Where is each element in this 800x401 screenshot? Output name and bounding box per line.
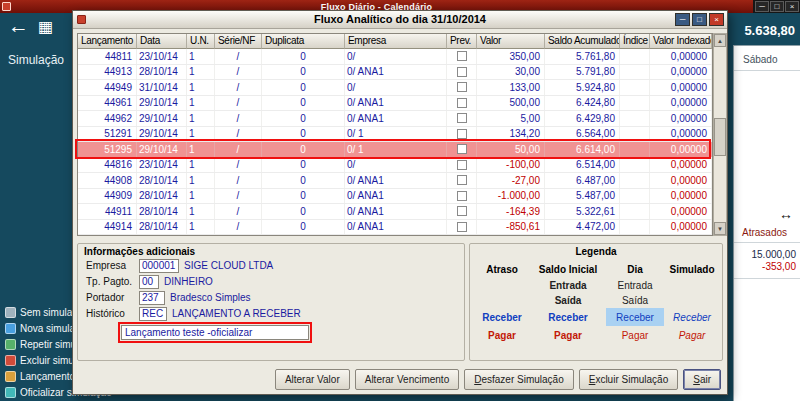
cell-data: 23/10/14 <box>137 49 187 64</box>
cell-saldo: 6.429,80 <box>545 111 620 126</box>
tp-pagto-desc: DINHEIRO <box>164 276 213 287</box>
cell-lancamento: 44816 <box>78 158 137 173</box>
column-header-0[interactable]: Lançamento <box>78 34 137 49</box>
cell-valor: -100,00 <box>477 158 545 173</box>
calculator-icon[interactable]: ▦ <box>38 17 53 36</box>
dialog-titlebar[interactable]: Fluxo Analítico do dia 31/10/2014 ─ □ × <box>73 11 727 29</box>
prev-checkbox[interactable] <box>457 113 467 123</box>
cell-un: 1 <box>187 204 215 219</box>
day-total-value: 5.638,80 <box>744 23 795 38</box>
column-header-1[interactable]: Data <box>137 34 187 49</box>
cell-indice <box>620 158 650 173</box>
button-sair[interactable]: Sair <box>683 369 721 390</box>
cell-indexado: 0,00000 <box>650 65 712 80</box>
column-header-4[interactable]: Duplicata <box>262 34 345 49</box>
prev-checkbox[interactable] <box>457 175 467 185</box>
prev-checkbox[interactable] <box>457 98 467 108</box>
column-header-7[interactable]: Valor <box>477 34 545 49</box>
column-header-2[interactable]: U.N. <box>187 34 215 49</box>
table-row[interactable]: 4481123/10/141/00/350,005.761,800,00000 <box>78 49 712 65</box>
prev-checkbox[interactable] <box>457 160 467 170</box>
column-header-3[interactable]: Série/NF <box>215 34 262 49</box>
empresa-code-input[interactable]: 000001 <box>139 259 179 273</box>
cell-duplicata: 0 <box>262 49 345 64</box>
prev-checkbox[interactable] <box>457 222 467 232</box>
cell-serie: / <box>215 189 262 204</box>
cell-un: 1 <box>187 49 215 64</box>
dialog-maximize-button[interactable]: □ <box>692 13 707 26</box>
prev-cell <box>447 204 477 219</box>
prev-checkbox[interactable] <box>457 82 467 92</box>
table-row[interactable]: 4496129/10/141/00/ ANA1500,006.424,800,0… <box>78 96 712 112</box>
overdue-label: Atrasados <box>742 227 787 238</box>
cell-un: 1 <box>187 189 215 204</box>
minimize-button[interactable]: ─ <box>755 1 769 12</box>
table-row[interactable]: 5129529/10/141/00/ 150,006.614,000,00000 <box>78 142 712 158</box>
table-row[interactable]: 4494931/10/141/00/133,005.924,800,00000 <box>78 80 712 96</box>
scroll-thumb[interactable] <box>714 118 726 156</box>
button-excluir-simula-o[interactable]: Excluir Simulação <box>579 369 678 390</box>
button-desfazer-simula-o[interactable]: Desfazer Simulação <box>464 369 574 390</box>
legend-cell: Pagar <box>474 326 530 344</box>
table-header: LançamentoDataU.N.Série/NFDuplicataEmpre… <box>78 34 712 49</box>
cell-duplicata: 0 <box>262 189 345 204</box>
column-header-10[interactable]: Valor Indexado <box>650 34 712 49</box>
column-header-6[interactable]: Prev. <box>447 34 477 49</box>
column-header-5[interactable]: Empresa <box>345 34 447 49</box>
cell-lancamento: 44949 <box>78 80 137 95</box>
table-row[interactable]: 5129129/10/141/00/ 1134,206.564,000,0000… <box>78 127 712 143</box>
legend-cell <box>664 278 720 293</box>
table-scrollbar[interactable]: ▲ ▼ <box>713 33 727 236</box>
legend-header-3: Simulado <box>664 260 720 278</box>
table-row[interactable]: 4490828/10/141/00/ ANA1-27,006.487,000,0… <box>78 173 712 189</box>
field-row-historico: Histórico REC LANÇAMENTO A RECEBER <box>86 306 301 321</box>
cell-indexado: 0,00000 <box>650 96 712 111</box>
scroll-down-button[interactable]: ▼ <box>714 222 726 235</box>
cell-duplicata: 0 <box>262 65 345 80</box>
field-row-tp-pagto: Tp. Pagto. 00 DINHEIRO <box>86 274 213 289</box>
prev-cell <box>447 142 477 157</box>
cell-serie: / <box>215 49 262 64</box>
cell-valor: 500,00 <box>477 96 545 111</box>
cell-indexado: 0,00000 <box>650 49 712 64</box>
table-row[interactable]: 4491128/10/141/00/ ANA1-164,395.322,610,… <box>78 204 712 220</box>
column-header-9[interactable]: Índice <box>620 34 650 49</box>
cell-duplicata: 0 <box>262 80 345 95</box>
button-alterar-vencimento[interactable]: Alterar Vencimento <box>355 369 460 390</box>
empresa-desc: SIGE CLOUD LTDA <box>184 260 273 271</box>
prev-checkbox[interactable] <box>457 51 467 61</box>
button-alterar-valor[interactable]: Alterar Valor <box>275 369 350 390</box>
column-header-8[interactable]: Saldo Acumulado <box>545 34 620 49</box>
cell-indexado: 0,00000 <box>650 142 712 157</box>
new-simulation-icon <box>5 323 16 334</box>
table-row[interactable]: 4491428/10/141/00/ ANA1-850,614.472,000,… <box>78 220 712 236</box>
cell-saldo: 5.322,61 <box>545 204 620 219</box>
dialog-close-button[interactable]: × <box>709 13 724 26</box>
prev-checkbox[interactable] <box>457 191 467 201</box>
table-row[interactable]: 4490928/10/141/00/ ANA1-1.000,005.487,00… <box>78 189 712 205</box>
cell-serie: / <box>215 220 262 235</box>
prev-checkbox[interactable] <box>457 67 467 77</box>
resize-cursor-icon: ↔ <box>779 206 793 222</box>
delete-simulation-icon <box>5 355 16 366</box>
historico-code-input[interactable]: REC <box>139 307 167 321</box>
table-row[interactable]: 4481623/10/141/00/-100,006.514,000,00000 <box>78 158 712 174</box>
portador-code-input[interactable]: 237 <box>139 291 165 305</box>
table-row[interactable]: 4496229/10/141/00/ ANA15,006.429,800,000… <box>78 111 712 127</box>
maximize-button[interactable]: □ <box>770 1 784 12</box>
dialog-minimize-button[interactable]: ─ <box>675 13 690 26</box>
tp-pagto-code-input[interactable]: 00 <box>139 275 159 289</box>
prev-checkbox[interactable] <box>457 129 467 139</box>
cell-saldo: 5.791,80 <box>545 65 620 80</box>
table-row[interactable]: 4491328/10/141/00/ ANA130,005.791,800,00… <box>78 65 712 81</box>
cell-empresa: 0/ ANA1 <box>345 173 447 188</box>
close-button[interactable]: × <box>785 1 799 12</box>
prev-checkbox[interactable] <box>457 144 467 154</box>
cell-serie: / <box>215 173 262 188</box>
cell-un: 1 <box>187 96 215 111</box>
prev-checkbox[interactable] <box>457 206 467 216</box>
back-icon[interactable]: ← <box>8 14 29 38</box>
cell-valor: 350,00 <box>477 49 545 64</box>
scroll-up-button[interactable]: ▲ <box>714 34 726 47</box>
note-input[interactable]: Lançamento teste -oficializar <box>121 325 309 340</box>
